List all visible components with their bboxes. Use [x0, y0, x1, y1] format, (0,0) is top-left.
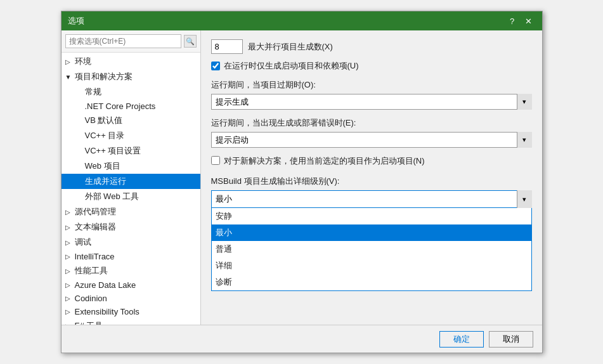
tree-item[interactable]: ▷IntelliTrace — [62, 250, 200, 263]
run-build-timeout-label: 运行期间，当项目过期时(O): — [211, 79, 532, 91]
new-solution-label: 对于新解决方案，使用当前选定的项目作为启动项目(N) — [224, 155, 425, 167]
only-build-checkbox[interactable] — [211, 62, 220, 70]
tree-arrow-icon: ▼ — [65, 74, 73, 81]
tree-item-label: 环境 — [75, 56, 91, 67]
tree-item-label: 项目和解决方案 — [75, 71, 133, 82]
tree-item-label: IntelliTrace — [75, 252, 115, 261]
only-build-row: 在运行时仅生成启动项目和依赖项(U) — [211, 60, 532, 72]
tree-item-label: 常规 — [85, 86, 101, 98]
msbuild-option[interactable]: 详细 — [212, 257, 531, 274]
only-build-label: 在运行时仅生成启动项目和依赖项(U) — [224, 60, 359, 72]
tree-arrow-icon: ▷ — [65, 224, 73, 231]
left-panel: 🔍 ▷环境▼项目和解决方案常规.NET Core ProjectsVB 默认值V… — [62, 30, 201, 325]
max-parallel-row: 最大并行项目生成数(X) — [211, 39, 532, 54]
tree-area: ▷环境▼项目和解决方案常规.NET Core ProjectsVB 默认值VC+… — [62, 53, 200, 325]
tree-item-label: Web 项目 — [85, 160, 120, 172]
msbuild-option[interactable]: 安静 — [212, 208, 531, 224]
msbuild-current-value: 最小 — [216, 193, 232, 205]
tree-item-label: 生成并运行 — [85, 176, 126, 187]
options-dialog: 选项 ? ✕ 🔍 ▷环境▼项目和解决方案常规.NET Core Projects… — [61, 11, 543, 353]
right-panel: 最大并行项目生成数(X) 在运行时仅生成启动项目和依赖项(U) 运行期间，当项目… — [201, 30, 542, 325]
tree-item-label: 源代码管理 — [75, 206, 116, 218]
tree-item[interactable]: ▷F# 工具 — [62, 318, 200, 325]
search-input[interactable] — [65, 34, 181, 48]
msbuild-dropdown-container: 最小 ▾ 安静最小普通详细诊断 — [211, 190, 532, 208]
msbuild-dropdown-list: 安静最小普通详细诊断 — [211, 208, 532, 291]
tree-arrow-icon: ▷ — [65, 282, 73, 289]
tree-item[interactable]: ▷环境 — [62, 54, 200, 69]
tree-item[interactable]: 外部 Web 工具 — [62, 189, 200, 204]
max-parallel-input[interactable] — [211, 39, 243, 54]
new-solution-checkbox[interactable] — [211, 156, 220, 165]
tree-item[interactable]: ▷源代码管理 — [62, 204, 200, 219]
title-bar-left: 选项 — [68, 15, 84, 27]
tree-item[interactable]: ▷Extensibility Tools — [62, 305, 200, 318]
run-build-error-label: 运行期间，当出现生成或部署错误时(E): — [211, 117, 532, 129]
tree-arrow-icon: ▷ — [65, 295, 73, 302]
dialog-title: 选项 — [68, 15, 84, 27]
tree-arrow-icon: ▷ — [65, 268, 73, 275]
tree-item-label: VB 默认值 — [85, 115, 123, 126]
run-build-error-select[interactable]: 提示启动 — [211, 132, 532, 148]
tree-item[interactable]: VC++ 项目设置 — [62, 143, 200, 159]
help-button[interactable]: ? — [505, 15, 519, 27]
tree-item[interactable]: .NET Core Projects — [62, 100, 200, 113]
tree-item-label: VC++ 目录 — [85, 130, 125, 141]
tree-arrow-icon: ▷ — [65, 58, 73, 65]
tree-item[interactable]: ▼项目和解决方案 — [62, 69, 200, 84]
msbuild-dropdown-trigger[interactable]: 最小 — [211, 190, 532, 208]
run-build-timeout-select[interactable]: 提示生成 — [211, 94, 532, 110]
tree-item[interactable]: Web 项目 — [62, 159, 200, 174]
msbuild-label: MSBuild 项目生成输出详细级别(V): — [211, 176, 532, 187]
bottom-bar: 确定 取消 — [62, 325, 542, 353]
tree-arrow-icon: ▷ — [65, 239, 73, 246]
search-box-wrap: 🔍 — [62, 30, 200, 53]
msbuild-option[interactable]: 最小 — [212, 224, 531, 241]
tree-item-label: 调试 — [75, 237, 91, 248]
tree-item-label: .NET Core Projects — [85, 101, 156, 111]
tree-item[interactable]: VB 默认值 — [62, 113, 200, 128]
tree-item[interactable]: 生成并运行 — [62, 174, 200, 189]
tree-arrow-icon: ▷ — [65, 308, 73, 315]
tree-item-label: 文本编辑器 — [75, 221, 116, 233]
msbuild-dropdown-arrow: ▾ — [517, 190, 532, 208]
tree-item-label: VC++ 项目设置 — [85, 145, 141, 157]
tree-item-label: 性能工具 — [75, 265, 108, 276]
tree-item[interactable]: ▷Azure Data Lake — [62, 278, 200, 292]
tree-item-label: Azure Data Lake — [75, 280, 136, 290]
run-build-error-select-wrap: 提示启动 ▾ — [211, 132, 532, 148]
tree-item-label: 外部 Web 工具 — [85, 191, 139, 202]
run-build-timeout-select-wrap: 提示生成 ▾ — [211, 94, 532, 110]
tree-item[interactable]: ▷文本编辑器 — [62, 219, 200, 235]
tree-item[interactable]: ▷调试 — [62, 235, 200, 250]
tree-arrow-icon: ▷ — [65, 253, 73, 260]
new-solution-row: 对于新解决方案，使用当前选定的项目作为启动项目(N) — [211, 155, 532, 167]
title-bar: 选项 ? ✕ — [62, 11, 542, 30]
tree-item-label: Extensibility Tools — [75, 307, 139, 316]
tree-item-label: F# 工具 — [75, 320, 103, 325]
search-icon[interactable]: 🔍 — [184, 35, 197, 48]
tree-item[interactable]: 常规 — [62, 84, 200, 100]
close-button[interactable]: ✕ — [522, 15, 536, 27]
max-parallel-label: 最大并行项目生成数(X) — [248, 41, 333, 53]
tree-item[interactable]: ▷性能工具 — [62, 263, 200, 278]
tree-item[interactable]: VC++ 目录 — [62, 128, 200, 143]
tree-item-label: Codinion — [75, 294, 107, 303]
tree-item[interactable]: ▷Codinion — [62, 292, 200, 305]
msbuild-option[interactable]: 诊断 — [212, 274, 531, 290]
tree-arrow-icon: ▷ — [65, 209, 73, 216]
cancel-button[interactable]: 取消 — [489, 331, 533, 348]
ok-button[interactable]: 确定 — [439, 331, 484, 348]
title-bar-buttons: ? ✕ — [505, 15, 536, 27]
dialog-body: 🔍 ▷环境▼项目和解决方案常规.NET Core ProjectsVB 默认值V… — [62, 30, 542, 325]
msbuild-option[interactable]: 普通 — [212, 241, 531, 257]
